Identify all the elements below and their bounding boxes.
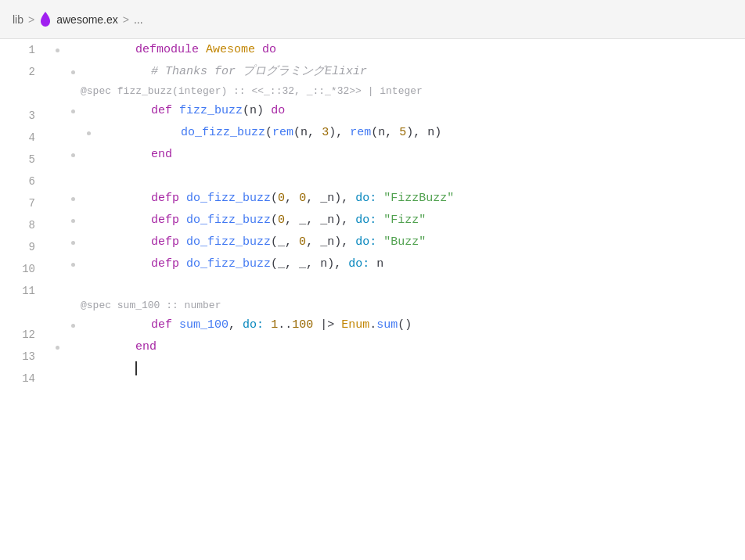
atom-do-4: do: <box>348 257 369 271</box>
n-ret: n <box>376 257 383 271</box>
fold-13 <box>49 346 65 350</box>
fold-8 <box>65 219 81 223</box>
ln-10: 10 <box>8 258 35 280</box>
breadcrumb: lib > awesome.ex > ... <box>13 12 143 27</box>
n-param: n), <box>320 257 341 271</box>
ln-1: 1 <box>8 39 35 61</box>
sp <box>179 257 186 271</box>
p: (_, <box>271 257 292 271</box>
editor-container: lib > awesome.ex > ... 1 2 3 4 5 6 7 8 9… <box>0 0 745 560</box>
ln-spec2 <box>8 302 35 324</box>
ln-14: 14 <box>8 368 35 389</box>
sp2 <box>292 257 299 271</box>
ln-6: 6 <box>8 171 35 192</box>
breadcrumb-ellipsis[interactable]: ... <box>134 13 143 26</box>
code-line-10: defp do_fizz_buzz(_, _, n), do: n <box>43 253 745 275</box>
ln-7: 7 <box>8 192 35 214</box>
sp3 <box>313 257 320 271</box>
ln-2: 2 <box>8 61 35 83</box>
fold-5 <box>65 153 81 157</box>
breadcrumb-bar: lib > awesome.ex > ... <box>0 0 745 39</box>
fold-7 <box>65 197 81 201</box>
ln-8: 8 <box>8 214 35 236</box>
code-line-14 <box>43 358 745 380</box>
line-numbers: 1 2 3 4 5 6 7 8 9 10 11 12 13 14 <box>0 39 43 560</box>
fold-2 <box>65 70 81 74</box>
fn-dfb-4: do_fizz_buzz <box>186 257 271 271</box>
sp5 <box>369 257 376 271</box>
kw-end-1: end <box>151 148 172 161</box>
breadcrumb-filename[interactable]: awesome.ex <box>56 13 118 26</box>
ln-9: 9 <box>8 236 35 258</box>
code-lines: defmodule Awesome do # Thanks for プログラミン… <box>43 39 745 560</box>
fold-9 <box>65 241 81 245</box>
us2: _, <box>299 257 313 271</box>
text-cursor <box>135 361 137 375</box>
elixir-icon <box>39 12 52 27</box>
ln-4: 4 <box>8 127 35 149</box>
code-editor[interactable]: 1 2 3 4 5 6 7 8 9 10 11 12 13 14 defmodu… <box>0 39 745 560</box>
kw-defp-4: defp <box>151 257 179 271</box>
breadcrumb-sep1: > <box>28 13 34 26</box>
ln-5: 5 <box>8 149 35 171</box>
breadcrumb-lib[interactable]: lib <box>13 13 23 26</box>
ln-13: 13 <box>8 346 35 368</box>
fold-3 <box>65 109 81 113</box>
breadcrumb-sep2: > <box>123 13 129 26</box>
fold-10 <box>65 263 81 267</box>
sp4 <box>341 257 348 271</box>
code-line-5: end <box>43 144 745 166</box>
ln-11: 11 <box>8 280 35 302</box>
ln-spec1 <box>8 83 35 105</box>
ln-3: 3 <box>8 105 35 127</box>
ln-12: 12 <box>8 324 35 346</box>
fold-1 <box>49 48 65 52</box>
comment-1: # Thanks for プログラミングElixir <box>151 65 367 78</box>
code-text-14 <box>65 336 745 402</box>
